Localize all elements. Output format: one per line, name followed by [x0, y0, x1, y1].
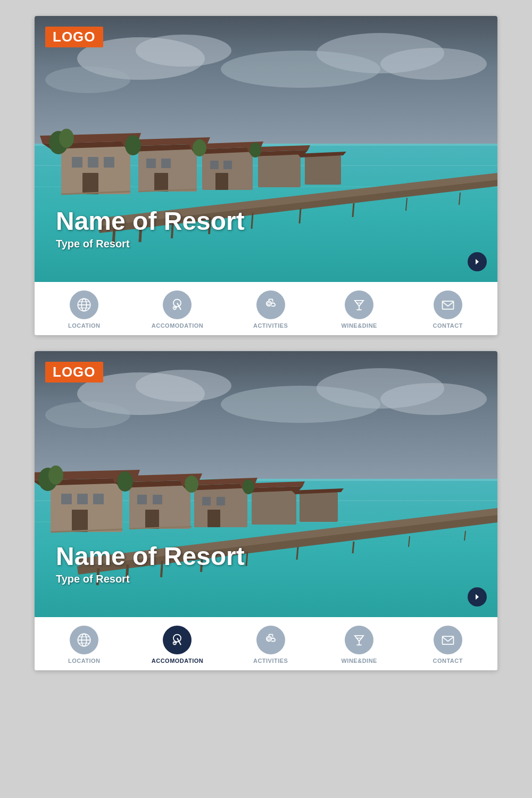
nav-label-activities-1: ACTIVITIES: [253, 322, 288, 329]
nav-bar-1: LOCATION ACCOMODATION: [35, 282, 497, 335]
nav-item-activities-1[interactable]: ACTIVITIES: [250, 290, 292, 329]
globe-icon-2: [77, 633, 92, 647]
nav-item-activities-2[interactable]: ACTIVITIES: [250, 626, 292, 664]
svg-rect-100: [129, 485, 190, 529]
next-arrow-1[interactable]: [468, 252, 487, 271]
svg-rect-27: [104, 157, 114, 168]
svg-rect-25: [72, 157, 82, 168]
nav-label-wine-dine-1: WINE&DINE: [341, 322, 377, 329]
svg-rect-106: [194, 488, 247, 527]
hero-overlay-1: Name of Resort Type of Resort: [56, 207, 245, 250]
nav-label-accomodation-2: ACCOMODATION: [152, 658, 203, 664]
nav-bar-2: LOCATION ACCOMODATION: [35, 617, 497, 670]
envelope-icon-2: [440, 633, 455, 647]
svg-rect-38: [210, 161, 219, 169]
nav-label-location-1: LOCATION: [68, 322, 101, 329]
svg-line-88: [246, 552, 247, 566]
svg-rect-104: [153, 495, 162, 504]
svg-point-6: [45, 66, 130, 93]
svg-rect-28: [82, 173, 98, 194]
nav-icon-accomodation-1: [163, 290, 192, 319]
svg-point-2: [136, 35, 231, 66]
nav-item-accomodation-2[interactable]: ACCOMODATION: [152, 626, 203, 664]
svg-point-5: [380, 48, 487, 80]
next-arrow-2[interactable]: [468, 587, 487, 606]
svg-rect-115: [300, 492, 338, 522]
svg-point-48: [125, 135, 141, 155]
svg-rect-96: [61, 494, 72, 504]
svg-rect-99: [72, 510, 88, 532]
nav-item-wine-dine-2[interactable]: WINE&DINE: [338, 626, 380, 664]
svg-line-90: [353, 542, 354, 553]
nav-icon-location-2: [70, 626, 98, 654]
resort-name-2: Name of Resort: [56, 543, 245, 571]
nav-icon-wine-dine-2: [345, 626, 373, 654]
logo-badge-1: LOGO: [45, 27, 103, 47]
svg-point-49: [193, 139, 206, 156]
svg-rect-34: [154, 173, 168, 192]
globe-icon: [77, 297, 92, 312]
svg-point-73: [136, 370, 231, 402]
hero-image-1: LOGO Name of Resort Type of Resort: [35, 16, 497, 282]
resort-type-2: Type of Resort: [56, 573, 245, 585]
resort-card-1: LOGO Name of Resort Type of Resort: [35, 16, 497, 335]
svg-point-119: [117, 471, 133, 492]
logo-badge-2: LOGO: [45, 362, 103, 383]
hero-image-2: LOGO Name of Resort Type of Resort: [35, 351, 497, 617]
nav-label-contact-1: CONTACT: [433, 322, 462, 329]
umbrella-beach-icon-2: [170, 633, 185, 647]
svg-point-77: [45, 402, 130, 428]
svg-rect-44: [305, 155, 341, 185]
svg-rect-41: [258, 154, 301, 187]
chevron-right-icon: [472, 257, 482, 267]
svg-point-133: [267, 636, 271, 641]
nav-item-accomodation-1[interactable]: ACCOMODATION: [152, 290, 203, 329]
cocktail-icon: [352, 297, 367, 312]
svg-rect-33: [161, 159, 171, 168]
umbrella-beach-icon: [170, 297, 185, 312]
nav-item-wine-dine-1[interactable]: WINE&DINE: [338, 290, 380, 329]
svg-line-17: [252, 213, 253, 229]
nav-item-location-2[interactable]: LOCATION: [63, 626, 105, 664]
nav-item-contact-2[interactable]: CONTACT: [427, 626, 469, 664]
resort-name-1: Name of Resort: [56, 207, 245, 236]
svg-rect-109: [202, 497, 211, 505]
svg-point-47: [59, 129, 74, 148]
nav-icon-accomodation-2: [163, 626, 192, 654]
nav-icon-location-1: [70, 290, 98, 319]
nav-label-wine-dine-2: WINE&DINE: [341, 658, 377, 664]
nav-label-accomodation-1: ACCOMODATION: [152, 322, 203, 329]
resort-card-2: LOGO Name of Resort Type of Resort: [35, 351, 497, 670]
svg-point-76: [380, 383, 487, 415]
svg-rect-110: [217, 497, 225, 505]
svg-rect-26: [88, 157, 98, 168]
svg-rect-39: [223, 161, 232, 169]
resort-type-1: Type of Resort: [56, 238, 245, 250]
svg-point-120: [185, 476, 198, 493]
chevron-right-icon-2: [472, 592, 482, 602]
svg-rect-141: [442, 636, 453, 644]
svg-point-134: [268, 637, 270, 640]
svg-rect-105: [145, 510, 159, 529]
svg-line-19: [353, 203, 354, 217]
svg-rect-40: [215, 173, 228, 190]
hero-overlay-2: Name of Resort Type of Resort: [56, 543, 245, 585]
nav-icon-wine-dine-1: [345, 290, 373, 319]
svg-rect-70: [442, 301, 453, 309]
nav-label-activities-2: ACTIVITIES: [253, 658, 288, 664]
svg-point-50: [250, 143, 261, 157]
svg-rect-112: [252, 491, 296, 525]
svg-rect-32: [146, 159, 156, 168]
envelope-icon: [440, 297, 455, 312]
svg-point-63: [268, 302, 270, 305]
nav-icon-contact-2: [434, 626, 462, 654]
svg-line-89: [297, 547, 298, 560]
nav-item-contact-1[interactable]: CONTACT: [427, 290, 469, 329]
snorkel-icon-2: [263, 633, 278, 647]
cocktail-icon-2: [352, 633, 367, 647]
svg-line-18: [300, 209, 301, 223]
svg-point-62: [267, 301, 271, 306]
nav-icon-contact-1: [434, 290, 462, 319]
nav-label-location-2: LOCATION: [68, 658, 101, 664]
nav-item-location-1[interactable]: LOCATION: [63, 290, 105, 329]
